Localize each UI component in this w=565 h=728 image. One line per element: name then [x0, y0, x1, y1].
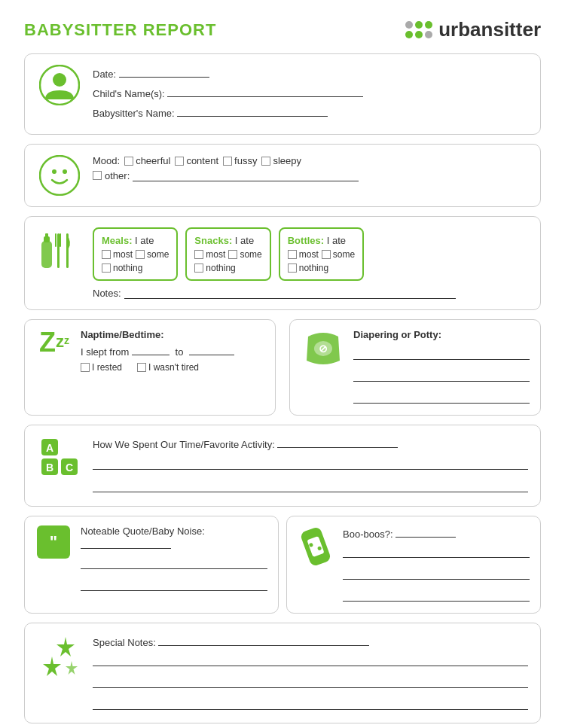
nap-not-tired[interactable]: I wasn't tired — [137, 362, 199, 373]
bottles-some-checkbox[interactable] — [322, 250, 331, 259]
nap-diaper-row: Zzz Naptime/Bedtime: I slept from to I r… — [24, 319, 541, 416]
mood-label: Mood: — [93, 155, 120, 166]
quote-label: Noteable Quote/Baby Noise: — [81, 525, 205, 537]
bottles-options: most some — [288, 249, 355, 260]
sleepy-checkbox[interactable] — [261, 157, 270, 166]
time-label: How We Spent Our Time/Favorite Activity: — [93, 439, 275, 450]
content-checkbox[interactable] — [175, 157, 184, 166]
meals-notes-input[interactable] — [124, 287, 456, 299]
logo-dot — [415, 31, 423, 38]
logo-dot — [405, 21, 413, 29]
snacks-some-checkbox[interactable] — [228, 250, 237, 259]
snacks-box: Snacks: I ate most some nothing — [185, 227, 270, 281]
mood-options-row: Mood: cheerful content fussy sleepy — [93, 155, 528, 166]
meals-content: Meals: I ate most some nothing — [93, 227, 528, 299]
bottles-nothing-row: nothing — [288, 263, 355, 273]
bottles-some[interactable]: some — [322, 249, 355, 260]
notes-label: Notes: — [93, 288, 121, 299]
diaper-line2[interactable] — [353, 370, 530, 382]
special-line4[interactable] — [93, 698, 528, 710]
child-name-input[interactable] — [167, 85, 363, 97]
special-line3[interactable] — [93, 676, 528, 688]
time-line3[interactable] — [93, 480, 528, 492]
info-fields: Date: Child's Name(s): Babysitter's Name… — [93, 65, 528, 123]
snacks-nothing[interactable]: nothing — [194, 263, 235, 273]
other-input[interactable] — [133, 169, 359, 181]
svg-point-1 — [53, 73, 66, 87]
diaper-content: Diapering or Potty: — [353, 329, 530, 406]
mood-fields: Mood: cheerful content fussy sleepy othe… — [93, 155, 528, 181]
time-label-row: How We Spent Our Time/Favorite Activity: — [93, 436, 528, 450]
date-field: Date: — [93, 65, 528, 84]
boo-card: Boo-boos?: — [286, 516, 541, 614]
svg-text:B: B — [46, 461, 53, 474]
food-icon — [37, 227, 82, 282]
meals-most-checkbox[interactable] — [102, 250, 111, 259]
bottles-nothing-checkbox[interactable] — [288, 263, 297, 273]
meals-most[interactable]: most — [102, 249, 133, 260]
boo-line4[interactable] — [343, 589, 530, 602]
babysitter-name-input[interactable] — [177, 105, 328, 117]
nap-options: I rested I wasn't tired — [81, 362, 234, 373]
other-label: other: — [105, 170, 130, 181]
svg-point-2 — [40, 156, 79, 195]
special-input1[interactable] — [158, 634, 369, 646]
meals-some-checkbox[interactable] — [136, 250, 145, 259]
meals-nothing-checkbox[interactable] — [102, 263, 111, 273]
mood-cheerful[interactable]: cheerful — [124, 155, 170, 166]
quote-card: " Noteable Quote/Baby Noise: — [24, 516, 279, 614]
snacks-nothing-label: nothing — [206, 263, 235, 273]
diaper-line3[interactable] — [353, 391, 530, 404]
nap-rested-checkbox[interactable] — [81, 363, 90, 372]
nap-to-input[interactable] — [189, 343, 234, 355]
snacks-nothing-row: nothing — [194, 263, 261, 273]
special-line2[interactable] — [93, 654, 528, 666]
special-label: Special Notes: — [93, 637, 156, 648]
meals-card: Meals: I ate most some nothing — [24, 216, 541, 310]
bottles-nothing[interactable]: nothing — [288, 263, 328, 273]
meals-some[interactable]: some — [136, 249, 169, 260]
quote-label-row: Noteable Quote/Baby Noise: — [81, 525, 267, 551]
date-input[interactable] — [119, 65, 209, 78]
time-input1[interactable] — [277, 436, 398, 448]
snacks-subtitle: I ate — [235, 235, 254, 246]
quote-line2[interactable] — [81, 557, 267, 569]
mood-content[interactable]: content — [175, 155, 218, 166]
meals-most-label: most — [113, 249, 133, 260]
nap-rested-label: I rested — [92, 362, 122, 373]
svg-text:C: C — [66, 461, 73, 474]
svg-point-3 — [52, 169, 56, 174]
fussy-checkbox[interactable] — [223, 157, 232, 166]
logo-dot — [425, 21, 432, 29]
boo-line3[interactable] — [343, 568, 530, 580]
mood-sleepy[interactable]: sleepy — [261, 155, 301, 166]
content-label: content — [186, 155, 218, 166]
quote-input1[interactable] — [81, 537, 171, 549]
cheerful-checkbox[interactable] — [124, 157, 133, 166]
info-card: Date: Child's Name(s): Babysitter's Name… — [24, 53, 541, 135]
meals-nothing[interactable]: nothing — [102, 263, 142, 273]
mood-fussy[interactable]: fussy — [223, 155, 257, 166]
meals-some-label: some — [147, 249, 169, 260]
other-checkbox[interactable] — [93, 171, 102, 180]
snacks-most-checkbox[interactable] — [194, 250, 203, 259]
time-line2[interactable] — [93, 458, 528, 470]
svg-marker-25 — [43, 656, 61, 676]
nap-not-tired-checkbox[interactable] — [137, 363, 146, 372]
bottles-most-checkbox[interactable] — [288, 250, 297, 259]
diaper-line1[interactable] — [353, 348, 530, 360]
svg-rect-7 — [45, 233, 48, 238]
bottles-most[interactable]: most — [288, 249, 319, 260]
nap-rested[interactable]: I rested — [81, 362, 122, 373]
fussy-label: fussy — [234, 155, 257, 166]
diaper-lines — [353, 345, 530, 406]
boo-input1[interactable] — [396, 525, 456, 538]
snacks-most[interactable]: most — [194, 249, 225, 260]
boo-line2[interactable] — [343, 546, 530, 558]
snacks-some[interactable]: some — [228, 249, 261, 260]
quote-line3[interactable] — [81, 579, 267, 591]
nap-from-input[interactable] — [132, 343, 170, 355]
smiley-icon — [37, 155, 82, 196]
snacks-nothing-checkbox[interactable] — [194, 263, 203, 273]
cheerful-label: cheerful — [136, 155, 170, 166]
